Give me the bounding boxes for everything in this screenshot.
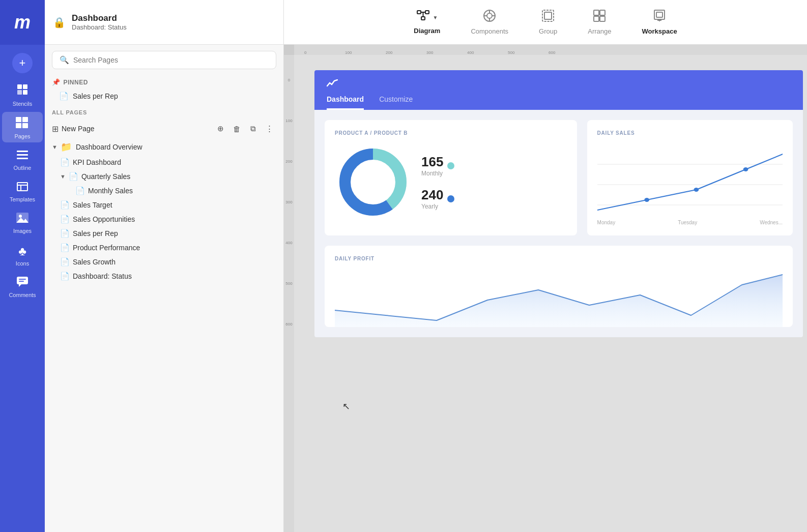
pages-label: Pages [14,133,30,139]
workspace-label: Workspace [642,27,677,35]
lock-icon: 🔒 [53,16,66,28]
svg-rect-6 [22,117,28,122]
header-titles: Dashboard Dashboard: Status [72,13,127,31]
outline-icon [17,150,28,163]
svg-point-51 [743,167,748,171]
svg-rect-38 [600,16,605,21]
sidebar-item-outline[interactable]: Outline [2,144,43,174]
toolbar-arrange[interactable]: Arrange [572,4,626,40]
yearly-dot [447,195,454,202]
doc-icon: 📄 [60,243,70,252]
donut-chart [335,144,411,220]
toolbar-components[interactable]: Components [455,4,524,40]
sidebar-item-images[interactable]: Images [2,208,43,237]
canvas-content: Dashboard Customize PRODUCT A / PRODUCT … [294,55,807,532]
dropdown-arrow: ▼ [433,15,438,20]
doc-icon: 📄 [75,186,85,195]
images-label: Images [13,228,32,234]
tab-customize[interactable]: Customize [379,95,413,110]
toolbar-workspace[interactable]: Workspace [627,4,693,40]
search-box[interactable]: 🔍 [52,51,276,69]
horizontal-ruler: 0 100 200 300 400 500 600 [294,45,807,55]
pinned-sales-per-rep[interactable]: 📄 Sales per Rep [45,88,283,104]
profit-section: DAILY PROFIT [314,246,803,337]
dashboard-header: Dashboard Customize [314,70,803,110]
pages-panel: 🔒 Dashboard Dashboard: Status 🔍 📌 PINNED… [45,0,284,532]
day-labels: Monday Tuesday Wednes... [597,220,783,225]
add-button[interactable]: + [12,53,33,73]
svg-rect-18 [17,277,28,284]
toolbar-diagram[interactable]: ▼ Diagram [398,5,455,40]
svg-point-2 [23,85,27,88]
profit-chart-svg [335,270,783,327]
chevron-down-icon: ▼ [60,173,66,180]
tree-item-dashboard-overview[interactable]: ▼ 📁 Dashboard Overview [45,139,283,155]
canvas-area: 0 100 200 300 400 500 600 0 100 200 300 [284,45,807,532]
sidebar-item-comments[interactable]: Comments [2,272,43,301]
delete-page-button[interactable]: 🗑 [229,122,244,136]
yearly-label: Yearly [421,203,443,210]
svg-rect-20 [19,279,26,280]
doc-icon: 📄 [59,92,69,101]
svg-rect-21 [19,281,24,282]
svg-rect-0 [17,84,22,89]
page-tree: ▼ 📁 Dashboard Overview 📄 KPI Dashboard ▼… [45,139,283,532]
monthly-value: 165 [421,154,443,170]
pages-icon [16,117,29,131]
svg-rect-10 [17,154,28,156]
sidebar-item-pages[interactable]: Pages [2,112,43,142]
tree-item-sales-growth[interactable]: 📄 Sales Growth [45,255,283,269]
folder-icon: 📁 [61,141,72,153]
comments-label: Comments [9,292,36,298]
templates-icon [17,181,28,194]
diagram-icon [416,10,430,25]
tab-dashboard[interactable]: Dashboard [327,95,364,110]
tree-item-product-performance[interactable]: 📄 Product Performance [45,241,283,255]
add-page-button[interactable]: ⊕ [213,122,227,136]
duplicate-page-button[interactable]: ⧉ [246,122,260,136]
cursor-indicator: ↖ [342,401,350,412]
doc-icon: 📄 [60,200,70,210]
all-pages-label: ALL PAGES [45,104,283,119]
monthly-label: Monthly [421,170,443,177]
tree-item-sales-target[interactable]: 📄 Sales Target [45,198,283,212]
daily-profit-card: DAILY PROFIT [325,246,793,327]
svg-point-16 [19,215,22,218]
svg-rect-24 [421,17,425,20]
tree-item-monthly-sales[interactable]: 📄 Monthly Sales [45,184,283,198]
svg-rect-34 [544,12,552,19]
dashboard-body: PRODUCT A / PRODUCT B [314,110,803,246]
stencils-icon [16,83,28,99]
sidebar-item-icons[interactable]: ♣ Icons [2,239,43,270]
sidebar-item-stencils[interactable]: Stencils [2,78,43,110]
search-input[interactable] [73,56,269,64]
tree-item-sales-opportunities[interactable]: 📄 Sales Opportunities [45,212,283,226]
dashboard-tabs: Dashboard Customize [327,95,791,110]
product-card-title: PRODUCT A / PRODUCT B [335,130,567,136]
new-page-button[interactable]: ⊞ New Page [52,124,210,134]
images-icon [16,213,28,226]
header-title: Dashboard [72,13,127,23]
group-label: Group [539,27,557,35]
arrange-label: Arrange [588,27,611,35]
tree-item-dashboard-status[interactable]: 📄 Dashboard: Status [45,269,283,283]
new-page-icon: ⊞ [52,124,59,134]
sidebar-item-templates[interactable]: Templates [2,176,43,205]
tree-item-quarterly-sales[interactable]: ▼ 📄 Quarterly Sales [45,169,283,184]
search-container: 🔍 [45,45,283,75]
more-options-button[interactable]: ⋮ [262,122,276,136]
components-label: Components [471,27,508,35]
tree-item-sales-per-rep[interactable]: 📄 Sales per Rep [45,226,283,241]
canvas-main: 0 100 200 300 400 500 600 [294,45,807,532]
arrange-icon [593,9,606,25]
doc-icon: 📄 [60,272,70,281]
logo-letter: m [14,12,31,33]
workspace-icon [653,9,666,25]
toolbar-group[interactable]: Group [524,4,572,40]
svg-rect-36 [600,10,605,15]
tree-item-kpi-dashboard[interactable]: 📄 KPI Dashboard [45,155,283,169]
svg-rect-37 [594,16,599,21]
monthly-dot [447,162,454,169]
app-logo[interactable]: m [0,0,45,45]
svg-point-50 [694,188,699,192]
